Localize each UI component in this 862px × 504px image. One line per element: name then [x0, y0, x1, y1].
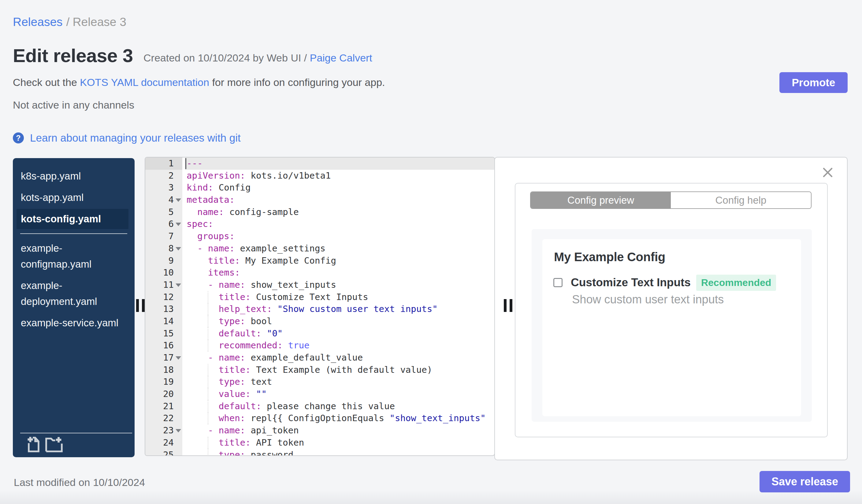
- code-token: kots.io/v1beta1: [245, 170, 331, 181]
- config-group-title: My Example Config: [554, 250, 665, 264]
- fold-toggle-icon[interactable]: [175, 223, 181, 226]
- page-title: Edit release 3: [13, 45, 133, 66]
- code-line-14[interactable]: type: bool: [185, 315, 494, 328]
- config-item-label[interactable]: Customize Text Inputs: [571, 276, 691, 289]
- folder-plus-icon: [45, 436, 63, 452]
- yaml-editor[interactable]: 1234567891011121314151617181920212223242…: [145, 157, 495, 456]
- breadcrumb-releases-link[interactable]: Releases: [13, 15, 63, 28]
- code-line-21[interactable]: default: please change this value: [185, 400, 494, 413]
- code-token: type:: [219, 376, 245, 387]
- code-line-10[interactable]: items:: [185, 267, 494, 279]
- fold-toggle-icon[interactable]: [175, 283, 181, 287]
- kots-yaml-docs-link[interactable]: KOTS YAML documentation: [80, 77, 209, 88]
- file-list-divider: [20, 233, 127, 234]
- code-token: [272, 304, 277, 314]
- code-token: type:: [219, 450, 245, 456]
- code-line-19[interactable]: type: text: [185, 376, 494, 388]
- save-release-button[interactable]: Save release: [759, 471, 850, 492]
- code-token: repl{{ ConfigOptionEquals: [245, 413, 389, 423]
- code-line-22[interactable]: when: repl{{ ConfigOptionEquals "show_te…: [185, 412, 494, 424]
- code-token: example_default_value: [245, 352, 363, 363]
- code-token: [261, 328, 266, 339]
- sidebar-bottom-divider: [20, 433, 132, 433]
- code-line-1[interactable]: ---: [185, 158, 494, 170]
- code-line-16[interactable]: recommended: true: [185, 340, 494, 352]
- fold-toggle-icon[interactable]: [175, 198, 181, 202]
- fold-toggle-icon[interactable]: [175, 247, 181, 251]
- gutter-line-18: 18: [145, 364, 182, 376]
- handle-bar: [504, 299, 507, 312]
- file-item-example-service.yaml[interactable]: example-service.yaml: [16, 313, 129, 333]
- code-line-20[interactable]: value: "": [185, 388, 494, 400]
- config-preview-pane: Config previewConfig help My Example Con…: [494, 157, 848, 460]
- code-token: [186, 292, 219, 302]
- code-line-18[interactable]: title: Text Example (with default value): [185, 364, 494, 376]
- code-line-6[interactable]: spec:: [185, 218, 494, 230]
- file-item-kots-app.yaml[interactable]: kots-app.yaml: [16, 187, 129, 208]
- code-token: bool: [245, 316, 272, 326]
- file-item-kots-config.yaml[interactable]: kots-config.yaml: [16, 209, 129, 229]
- created-text: Created on 10/10/2024 by Web UI /: [143, 52, 310, 64]
- code-line-11[interactable]: - name: show_text_inputs: [185, 279, 494, 291]
- code-line-9[interactable]: title: My Example Config: [185, 255, 494, 267]
- add-folder-button[interactable]: [45, 436, 63, 453]
- code-line-17[interactable]: - name: example_default_value: [185, 352, 494, 364]
- gutter-line-13: 13: [145, 303, 182, 315]
- code-token: [186, 267, 208, 278]
- code-line-2[interactable]: apiVersion: kots.io/v1beta1: [185, 170, 494, 182]
- info-prefix: Check out the: [13, 77, 80, 88]
- code-token: - name:: [208, 279, 245, 290]
- fold-toggle-icon[interactable]: [175, 429, 181, 433]
- code-line-12[interactable]: title: Customize Text Inputs: [185, 291, 494, 303]
- close-icon[interactable]: [823, 167, 833, 178]
- code-token: [186, 340, 219, 350]
- code-token: show_text_inputs: [245, 279, 336, 290]
- add-file-button[interactable]: [26, 436, 40, 453]
- gutter-line-7: 7: [145, 230, 182, 242]
- gutter-line-10: 10: [145, 267, 182, 279]
- file-item-example-deployment.yaml[interactable]: example-deployment.yaml: [16, 276, 129, 311]
- code-line-15[interactable]: default: "0": [185, 328, 494, 340]
- tab-config-preview[interactable]: Config preview: [531, 192, 671, 208]
- code-line-5[interactable]: name: config-sample: [185, 206, 494, 218]
- editor-code-area[interactable]: ---apiVersion: kots.io/v1beta1kind: Conf…: [185, 158, 494, 455]
- created-by-link[interactable]: Paige Calvert: [310, 52, 372, 64]
- handle-bar: [142, 299, 145, 312]
- preview-resize-handle[interactable]: [504, 299, 512, 312]
- code-token: - name:: [208, 425, 245, 436]
- gutter-line-16: 16: [145, 340, 182, 352]
- code-token: - name:: [197, 243, 235, 253]
- handle-bar: [136, 299, 139, 312]
- code-token: API token: [251, 437, 304, 448]
- code-token: title:: [219, 292, 251, 302]
- fold-toggle-icon[interactable]: [175, 356, 181, 360]
- code-token: My Example Config: [240, 255, 336, 266]
- git-releases-help-link[interactable]: Learn about managing your releases with …: [30, 132, 241, 144]
- code-token: [186, 255, 208, 266]
- breadcrumb-separator: /: [66, 15, 70, 28]
- promote-button[interactable]: Promote: [780, 72, 848, 93]
- code-token: [186, 279, 208, 290]
- file-item-example-configmap.yaml[interactable]: example-configmap.yaml: [16, 238, 129, 274]
- gutter-line-2: 2: [145, 170, 182, 182]
- code-line-3[interactable]: kind: Config: [185, 182, 494, 194]
- code-token: config-sample: [224, 207, 299, 217]
- code-line-13[interactable]: help_text: "Show custom user text inputs…: [185, 303, 494, 315]
- code-token: [186, 450, 219, 456]
- code-line-23[interactable]: - name: api_token: [185, 424, 494, 437]
- code-token: [186, 207, 197, 217]
- last-modified-text: Last modified on 10/10/2024: [14, 477, 145, 488]
- tab-config-help[interactable]: Config help: [671, 192, 811, 208]
- code-line-24[interactable]: title: API token: [185, 437, 494, 449]
- code-line-25[interactable]: type: password: [185, 449, 494, 456]
- file-item-k8s-app.yaml[interactable]: k8s-app.yaml: [16, 166, 129, 186]
- customize-text-inputs-checkbox[interactable]: [553, 278, 563, 287]
- code-line-8[interactable]: - name: example_settings: [185, 242, 494, 255]
- code-token: [186, 352, 208, 363]
- code-line-7[interactable]: groups:: [185, 230, 494, 242]
- sidebar-resize-handle[interactable]: [136, 299, 145, 312]
- code-token: Customize Text Inputs: [251, 292, 368, 302]
- file-sidebar: k8s-app.yamlkots-app.yamlkots-config.yam…: [13, 158, 134, 457]
- code-token: [186, 401, 219, 411]
- code-line-4[interactable]: metadata:: [185, 194, 494, 206]
